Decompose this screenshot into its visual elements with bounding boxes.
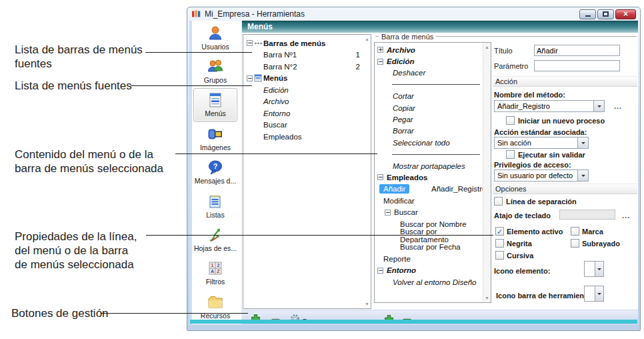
collapse-icon[interactable]: − (377, 174, 383, 180)
negrita-label: Negrita (507, 240, 532, 248)
menu-content-panel: +Archivo−EdiciónDeshacerCortarCopiarPega… (374, 42, 491, 303)
metodo-combobox[interactable]: Añadir_Registro (494, 100, 605, 112)
linea-separacion-checkbox[interactable] (494, 197, 503, 206)
chevron-down-icon[interactable] (577, 170, 588, 181)
menu-tree-row[interactable]: Cortar (375, 91, 482, 102)
sidebar-item-recursos[interactable]: Recursos (189, 290, 241, 323)
source-tree-row[interactable]: −Barras de menús (243, 37, 371, 49)
source-tree-row[interactable]: Buscar (243, 119, 371, 131)
privilegios-combobox[interactable]: Sin usuario por defecto (494, 170, 589, 182)
menu-tree-row[interactable]: Deshacer (375, 67, 482, 79)
source-tree-row[interactable]: Entorno (243, 107, 371, 119)
messages-icon: ? (207, 159, 224, 176)
linea-separacion-label: Línea de separación (506, 198, 577, 206)
menu-tree-row[interactable]: −Edición (375, 55, 482, 67)
management-toolbar (242, 310, 638, 326)
sidebar-item-listas[interactable]: Listas (189, 189, 241, 222)
scroll-down-icon[interactable]: ▼ (485, 296, 489, 300)
sidebar-item-label: Imágenes (200, 143, 231, 151)
app-icon (191, 9, 201, 19)
sidebar-item-label: Usuarios (201, 43, 229, 51)
metodo-more-button[interactable]: ... (614, 102, 622, 110)
titulo-input[interactable] (534, 45, 620, 56)
sidebar-item-grupos[interactable]: Grupos (189, 54, 241, 87)
collapse-icon[interactable]: − (247, 40, 253, 46)
collapse-icon[interactable]: − (385, 210, 391, 216)
menu-item-label: Volver al entorno Diseño (393, 278, 477, 286)
negrita-checkbox[interactable] (495, 239, 504, 248)
lists-icon (207, 193, 224, 210)
menu-tree-row[interactable]: Modificar (375, 195, 482, 206)
minimize-button[interactable] (579, 9, 596, 19)
source-tree-row[interactable]: Barra N°22 (243, 61, 371, 73)
maximize-button[interactable] (597, 9, 614, 19)
chevron-down-icon[interactable] (595, 286, 603, 301)
sidebar-item-filtros[interactable]: 12AZFiltros (189, 256, 241, 290)
menu-tree-row[interactable]: Borrar (375, 125, 482, 137)
scroll-up-icon[interactable]: ▲ (365, 37, 369, 41)
expand-icon[interactable]: + (377, 47, 383, 53)
icono-barra-label: Icono barra de herramien (496, 292, 584, 300)
icono-barra-dropdown[interactable] (584, 286, 604, 302)
title-bar[interactable]: Mi_Empresa - Herramientas × (187, 7, 640, 21)
svg-text:?: ? (213, 162, 218, 170)
source-tree-row[interactable]: Archivo (243, 96, 371, 108)
menus-icon (207, 91, 224, 109)
elemento-activo-checkbox[interactable] (495, 227, 504, 236)
menu-tree-row[interactable]: Seleccionar todo (375, 137, 482, 148)
menu-tree-row[interactable]: Pegar (375, 113, 482, 125)
accion-section-header: Acción (493, 76, 637, 87)
sidebar-item-mensajes-d[interactable]: ?Mensajes d... (189, 155, 241, 189)
chevron-down-icon[interactable] (577, 137, 588, 148)
icono-elemento-dropdown[interactable] (584, 261, 604, 277)
menu-tree-row[interactable]: AñadirAñadir_Registro (375, 184, 482, 195)
menu-tree-row[interactable]: Copiar (375, 102, 482, 113)
source-tree-row[interactable]: Edición (243, 84, 371, 96)
menu-item-label: Archivo (387, 46, 415, 54)
iniciar-proceso-checkbox[interactable] (506, 116, 515, 125)
cursiva-checkbox[interactable] (495, 251, 504, 260)
accion-estandar-label: Acción estándar asociada: (494, 128, 587, 136)
source-tree-row[interactable]: −Menús (243, 73, 371, 85)
close-button[interactable]: × (615, 9, 636, 19)
parametro-input[interactable] (534, 60, 620, 71)
menu-tree-row[interactable]: +Archivo (375, 44, 482, 55)
scrollbar[interactable]: ▲ ▼ (483, 43, 491, 302)
menu-tree-row[interactable]: Reporte (375, 253, 482, 264)
source-tree-row[interactable]: Empleados (243, 131, 371, 143)
collapse-icon[interactable]: − (377, 59, 383, 65)
ejecutar-sin-validar-checkbox[interactable] (506, 150, 515, 159)
accion-estandar-combobox[interactable]: Sin acción (494, 137, 589, 149)
menu-tree-row[interactable]: −Empleados (375, 172, 482, 183)
images-icon (207, 125, 224, 143)
menu-tree-row[interactable]: Mostrar portapapeles (375, 160, 482, 172)
window-controls: × (579, 9, 636, 19)
groups-icon (207, 58, 224, 75)
menu-item-label: Modificar (383, 197, 415, 205)
menu-tree-row[interactable]: Volver al entorno Diseño (375, 276, 482, 288)
sidebar-item-hojas-de-es[interactable]: Hojas de es... (189, 222, 241, 256)
menu-tree-row[interactable]: −Buscar (375, 206, 482, 218)
marca-checkbox[interactable] (571, 227, 579, 236)
collapse-icon[interactable]: − (377, 268, 383, 274)
sidebar-item-menus[interactable]: Menús (193, 88, 237, 121)
annotation-line (101, 313, 248, 314)
menu-bar-group: Barra de menús (375, 32, 637, 41)
source-tree-row[interactable]: Barra Nº11 (243, 49, 371, 61)
menu-item-label: Copiar (393, 104, 415, 112)
collapse-icon[interactable]: − (247, 75, 253, 81)
scroll-down-icon[interactable]: ▼ (365, 302, 369, 306)
menu-tree-row[interactable]: Buscar por Fecha (375, 242, 482, 253)
atajo-more-button[interactable]: ... (622, 212, 630, 220)
sidebar-item-imagenes[interactable]: Imágenes (189, 121, 241, 155)
sidebar: UsuariosGruposMenúsImágenes?Mensajes d..… (189, 21, 242, 324)
menu-item-label: Reporte (383, 255, 411, 263)
chevron-down-icon[interactable] (593, 101, 604, 111)
scroll-up-icon[interactable]: ▲ (485, 45, 489, 49)
chevron-down-icon[interactable] (595, 262, 603, 276)
menu-tree-row[interactable]: −Entorno (375, 264, 482, 276)
menu-item-label: Deshacer (393, 69, 425, 77)
subrayado-checkbox[interactable] (571, 239, 579, 248)
sidebar-item-usuarios[interactable]: Usuarios (189, 21, 241, 54)
atajo-input[interactable] (559, 210, 615, 220)
